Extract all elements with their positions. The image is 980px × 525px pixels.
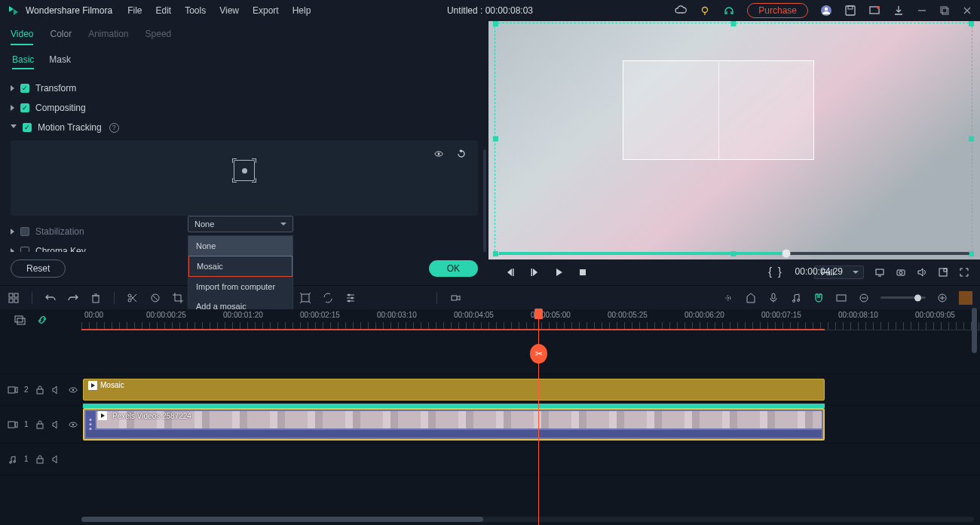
download-icon[interactable]	[893, 5, 905, 17]
undo-button[interactable]	[44, 292, 57, 304]
headset-icon[interactable]	[723, 5, 735, 17]
mute-icon[interactable]	[51, 454, 62, 465]
minimize-button[interactable]	[917, 5, 927, 16]
mark-out-button[interactable]: }	[778, 266, 782, 278]
music-icon[interactable]	[790, 292, 802, 304]
block-icon[interactable]	[149, 292, 161, 304]
menu-help[interactable]: Help	[292, 5, 311, 16]
section-transform[interactable]: Transform	[11, 78, 478, 98]
account-icon[interactable]	[820, 5, 832, 17]
purchase-button[interactable]: Purchase	[747, 3, 808, 18]
split-button[interactable]	[127, 292, 139, 304]
menu-view[interactable]: View	[219, 5, 239, 16]
mic-icon[interactable]	[767, 292, 779, 304]
svg-marker-1	[14, 9, 18, 15]
lock-icon[interactable]	[35, 385, 45, 395]
zoom-slider[interactable]	[880, 296, 926, 299]
checkbox-stabilization[interactable]	[20, 227, 29, 236]
delete-button[interactable]	[90, 292, 102, 304]
checkbox-transform[interactable]	[20, 84, 29, 93]
stop-button[interactable]	[577, 267, 588, 278]
checkbox-chroma-key[interactable]	[20, 247, 29, 252]
clip-mosaic[interactable]: Mosaic	[83, 379, 825, 401]
message-icon[interactable]	[868, 5, 880, 17]
menu-file[interactable]: File	[127, 5, 142, 16]
link-icon[interactable]	[36, 314, 48, 326]
clip-main-video[interactable]: Pexels Videos 2587224	[83, 408, 825, 441]
zoom-out-button[interactable]	[858, 292, 870, 304]
ok-button[interactable]: OK	[429, 260, 478, 277]
help-icon[interactable]: ?	[109, 123, 119, 133]
tab-video[interactable]: Video	[11, 29, 33, 45]
play-button[interactable]	[553, 267, 564, 278]
track-video-2: 2 Mosaic	[0, 374, 980, 406]
timeline-v-scrollbar[interactable]	[972, 308, 977, 353]
fullscreen-icon[interactable]	[959, 267, 969, 278]
zoom-in-button[interactable]	[936, 292, 948, 304]
display-icon[interactable]	[874, 267, 885, 278]
mute-icon[interactable]	[51, 385, 62, 395]
cloud-icon[interactable]	[675, 5, 687, 17]
lock-icon[interactable]	[35, 454, 45, 465]
prev-frame-button[interactable]	[505, 267, 516, 278]
menu-tools[interactable]: Tools	[185, 5, 206, 16]
svg-line-42	[152, 295, 158, 301]
reset-button[interactable]: Reset	[11, 259, 66, 278]
next-frame-button[interactable]	[529, 267, 540, 278]
tracker-target-icon[interactable]	[234, 160, 255, 181]
subtab-mask[interactable]: Mask	[49, 54, 71, 69]
section-compositing[interactable]: Compositing	[11, 98, 478, 118]
crop-button[interactable]	[172, 292, 184, 304]
maximize-button[interactable]	[939, 5, 950, 16]
dropdown-item-mosaic[interactable]: Mosaic	[188, 256, 292, 277]
properties-panel: Video Color Animation Speed Basic Mask T…	[0, 21, 488, 285]
eye-icon[interactable]	[68, 385, 78, 395]
mark-in-button[interactable]: {	[768, 266, 772, 278]
timeline-h-scrollbar[interactable]	[81, 517, 974, 522]
scissors-icon[interactable]: ✂	[535, 348, 543, 359]
redo-button[interactable]	[67, 292, 79, 304]
tab-animation[interactable]: Animation	[88, 29, 128, 45]
snapshot-icon[interactable]	[896, 267, 906, 278]
seek-bar[interactable]	[499, 252, 969, 255]
close-button[interactable]	[962, 5, 972, 16]
reset-icon[interactable]	[455, 148, 467, 160]
checkbox-motion-tracking[interactable]	[23, 123, 32, 132]
menu-export[interactable]: Export	[253, 5, 279, 16]
dropdown-selected[interactable]: None	[188, 216, 293, 232]
layout-icon[interactable]	[8, 292, 20, 304]
save-icon[interactable]	[844, 5, 856, 17]
marker-icon[interactable]	[745, 292, 757, 304]
mute-icon[interactable]	[51, 419, 62, 430]
color-swatch[interactable]	[959, 291, 972, 305]
settings-icon[interactable]	[345, 292, 357, 304]
aspect-icon[interactable]	[835, 292, 847, 304]
idea-icon[interactable]	[699, 5, 711, 17]
tab-speed[interactable]: Speed	[145, 29, 172, 45]
lock-icon[interactable]	[35, 419, 45, 430]
tool-c	[240, 292, 252, 304]
svg-rect-12	[942, 8, 948, 14]
tab-color[interactable]: Color	[50, 29, 72, 45]
volume-icon[interactable]	[917, 267, 927, 278]
checkbox-compositing[interactable]	[20, 103, 29, 112]
eye-icon[interactable]	[68, 419, 78, 430]
svg-rect-22	[580, 269, 586, 275]
mosaic-region[interactable]	[623, 60, 814, 160]
enhance-icon[interactable]	[722, 292, 734, 304]
preview-viewport[interactable]	[488, 21, 980, 259]
subtab-basic[interactable]: Basic	[12, 54, 34, 69]
menu-edit[interactable]: Edit	[156, 5, 172, 16]
render-icon[interactable]	[449, 292, 461, 304]
panel-scrollbar[interactable]	[483, 149, 486, 252]
eye-target-icon[interactable]	[433, 148, 445, 160]
playhead[interactable]: ✂	[538, 309, 539, 525]
ruler[interactable]: 00:00 00:00:00:25 00:00:01:20 00:00:02:1…	[81, 309, 980, 330]
stack-icon[interactable]	[14, 314, 26, 326]
expand-icon[interactable]	[938, 267, 948, 278]
swap-icon[interactable]	[322, 292, 334, 304]
dropdown-item-none[interactable]: None	[188, 236, 292, 256]
section-motion-tracking[interactable]: Motion Tracking ?	[11, 118, 478, 137]
magnet-icon[interactable]	[813, 292, 825, 304]
frame-button[interactable]	[299, 292, 311, 304]
